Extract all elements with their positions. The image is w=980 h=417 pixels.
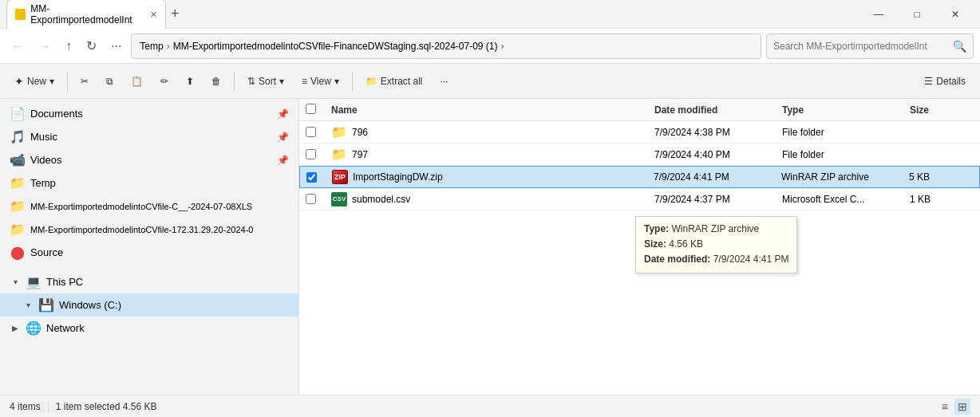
more-button[interactable]: ···	[106, 36, 126, 57]
header-name[interactable]: Name	[328, 104, 654, 116]
file-tooltip: Type: WinRAR ZIP archive Size: 4.56 KB D…	[635, 216, 797, 273]
select-all-checkbox[interactable]	[306, 104, 316, 114]
separator-2	[234, 72, 235, 91]
breadcrumb[interactable]: Temp › MM-ExportimportedmodelintoCSVfile…	[131, 33, 761, 59]
view-button[interactable]: ≡ View ▾	[294, 71, 347, 92]
separator-1	[67, 72, 68, 91]
file-area: Name Date modified Type Size 📁 796 7/9/2…	[299, 99, 980, 395]
bc-temp: Temp	[140, 41, 163, 52]
row-check[interactable]	[306, 194, 328, 204]
delete-button[interactable]: 🗑	[204, 71, 229, 92]
sidebar-item-label: Documents	[30, 108, 83, 120]
expand-icon: ▾	[22, 301, 34, 309]
source-icon: ⬤	[10, 245, 26, 260]
sidebar-item-videos[interactable]: 📹 Videos 📌	[0, 148, 298, 171]
tooltip-type: Type: WinRAR ZIP archive	[644, 222, 788, 237]
row-name: CSV submodel.csv	[328, 192, 654, 207]
sidebar-item-network[interactable]: ▶ 🌐 Network	[0, 317, 298, 340]
documents-icon: 📄	[10, 106, 26, 121]
sidebar-item-temp[interactable]: 📁 Temp	[0, 171, 298, 195]
sidebar-item-music[interactable]: 🎵 Music 📌	[0, 125, 298, 148]
sidebar-item-label: Source	[30, 246, 63, 258]
minimize-button[interactable]: —	[860, 0, 897, 29]
pin-icon: 📌	[277, 155, 289, 166]
new-tab-button[interactable]: +	[166, 6, 184, 22]
extract-button[interactable]: 📁 Extract all	[358, 71, 431, 92]
search-input[interactable]	[773, 41, 953, 52]
list-view-button[interactable]: ≡	[939, 399, 951, 415]
share-button[interactable]: ⬆	[178, 71, 202, 92]
copy-button[interactable]: ⧉	[98, 71, 121, 92]
status-bar: 4 items | 1 item selected 4.56 KB ≡ ⊞	[0, 395, 980, 417]
row-name: 📁 797	[328, 147, 654, 162]
sidebar-item-label: This PC	[46, 276, 83, 288]
row-date: 7/9/2024 4:37 PM	[654, 194, 782, 205]
row-check[interactable]	[306, 149, 328, 159]
refresh-button[interactable]: ↻	[81, 35, 101, 57]
sidebar: 📄 Documents 📌 🎵 Music 📌 📹 Videos 📌 📁 Tem…	[0, 99, 299, 395]
sidebar-item-mm2[interactable]: 📁 MM-ExportimportedmodelintoCVfile-172.3…	[0, 218, 298, 241]
rename-button[interactable]: ✏	[152, 71, 176, 92]
mm1-folder-icon: 📁	[10, 199, 26, 214]
sidebar-item-source[interactable]: ⬤ Source	[0, 241, 298, 264]
cut-button[interactable]: ✂	[73, 71, 97, 92]
videos-icon: 📹	[10, 152, 26, 167]
back-button[interactable]: ←	[6, 36, 29, 57]
toolbar: ✦ New ▾ ✂ ⧉ 📋 ✏ ⬆ 🗑 ⇅ Sort ▾ ≡ View ▾ 📁 …	[0, 64, 980, 99]
rename-icon: ✏	[160, 76, 168, 87]
sidebar-item-windows-c[interactable]: ▾ 💾 Windows (C:)	[0, 293, 298, 317]
music-icon: 🎵	[10, 129, 26, 144]
file-list-header: Name Date modified Type Size	[299, 99, 980, 121]
maximize-button[interactable]: □	[899, 0, 935, 29]
row-check[interactable]	[306, 172, 329, 183]
active-tab[interactable]: MM-ExportimportedmodelInt ✕	[6, 0, 166, 29]
copy-icon: ⧉	[106, 76, 113, 87]
row-size: 5 KB	[909, 171, 973, 183]
new-label: New	[27, 76, 46, 87]
tooltip-size: Size: 4.56 KB	[644, 237, 788, 252]
row-size: 1 KB	[910, 194, 974, 205]
detail-view-button[interactable]: ⊞	[954, 399, 970, 415]
separator-3	[352, 72, 353, 91]
up-button[interactable]: ↑	[61, 36, 77, 57]
close-button[interactable]: ✕	[937, 0, 974, 29]
table-row[interactable]: 📁 796 7/9/2024 4:38 PM File folder	[299, 121, 980, 144]
header-check[interactable]	[306, 104, 328, 116]
sidebar-item-thispc[interactable]: ▾ 💻 This PC	[0, 270, 298, 293]
temp-folder-icon: 📁	[10, 175, 26, 191]
expand-icon: ▶	[10, 324, 21, 332]
sidebar-item-documents[interactable]: 📄 Documents 📌	[0, 102, 298, 125]
expand-icon: ▾	[10, 277, 21, 286]
header-type[interactable]: Type	[782, 104, 910, 116]
details-label: Details	[936, 76, 966, 87]
search-box[interactable]: 🔍	[766, 33, 974, 59]
more-options-button[interactable]: ···	[433, 71, 456, 92]
pin-icon: 📌	[277, 132, 289, 143]
zip-icon: ZIP	[332, 170, 348, 184]
extract-label: Extract all	[381, 76, 423, 87]
sort-button[interactable]: ⇅ Sort ▾	[239, 71, 292, 92]
table-row[interactable]: 📁 797 7/9/2024 4:40 PM File folder	[299, 144, 980, 166]
forward-button[interactable]: →	[34, 36, 56, 57]
row-date: 7/9/2024 4:38 PM	[654, 127, 782, 138]
sidebar-item-mm1[interactable]: 📁 MM-ExportimportedmodelintoCVfile-C__-2…	[0, 195, 298, 218]
header-size[interactable]: Size	[910, 104, 974, 116]
paste-button[interactable]: 📋	[123, 71, 151, 92]
row-type: Microsoft Excel C...	[782, 194, 910, 205]
details-button[interactable]: ☰ Details	[916, 71, 974, 92]
bc-path: MM-ExportimportedmodelintoCSVfile-Financ…	[173, 41, 498, 52]
new-dropdown-icon: ▾	[49, 76, 54, 87]
drive-icon: 💾	[38, 297, 54, 313]
row-type: File folder	[782, 149, 910, 160]
tab-close-button[interactable]: ✕	[150, 10, 157, 20]
extract-icon: 📁	[366, 76, 377, 87]
table-row-selected[interactable]: ZIP ImportStagingDW.zip 7/9/2024 4:41 PM…	[299, 166, 980, 188]
row-check[interactable]	[306, 127, 328, 137]
sidebar-item-label: Windows (C:)	[59, 299, 121, 311]
table-row[interactable]: CSV submodel.csv 7/9/2024 4:37 PM Micros…	[299, 188, 980, 210]
new-button[interactable]: ✦ New ▾	[6, 70, 62, 92]
sidebar-item-label: Temp	[30, 177, 56, 189]
header-date[interactable]: Date modified	[654, 104, 782, 116]
row-name: 📁 796	[328, 124, 654, 140]
items-count: 4 items	[10, 401, 41, 412]
